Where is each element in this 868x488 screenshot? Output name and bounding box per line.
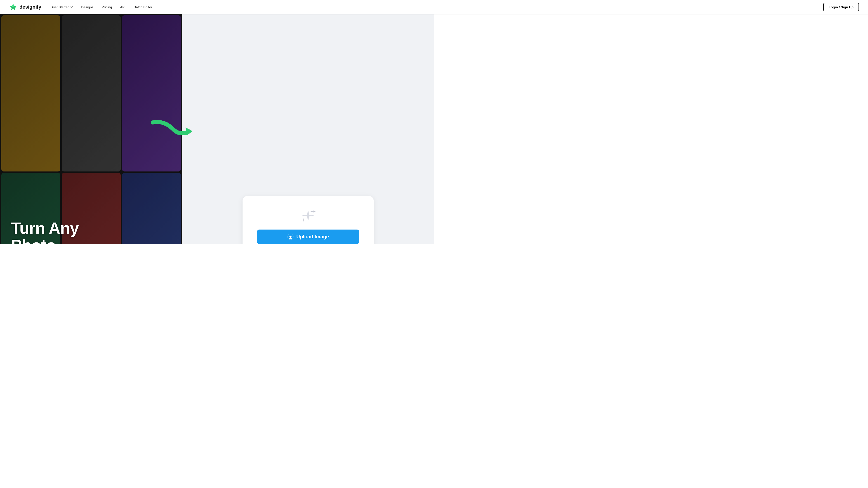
logo[interactable]: designify: [9, 3, 41, 11]
sparkle-icon: [299, 207, 317, 225]
upload-card: Upload Image or drop a file Paste Image …: [243, 196, 374, 244]
upload-icon: [287, 234, 293, 240]
nav-designs[interactable]: Designs: [81, 5, 93, 9]
nav-pricing[interactable]: Pricing: [102, 5, 112, 9]
nav-batch-editor[interactable]: Batch Editor: [134, 5, 152, 9]
green-arrow-icon: [151, 116, 196, 147]
logo-label: designify: [20, 4, 41, 10]
svg-marker-2: [186, 127, 192, 135]
nav-get-started[interactable]: Get Started: [52, 5, 73, 9]
chevron-down-icon: [70, 6, 73, 8]
nav-links: Get Started Designs Pricing API Batch Ed…: [52, 5, 152, 9]
hero-heading: Turn Any Photo Into Awesome: [11, 220, 175, 244]
navbar: designify Get Started Designs Pricing AP…: [0, 0, 434, 14]
nav-api[interactable]: API: [120, 5, 125, 9]
logo-icon: [9, 3, 17, 11]
upload-image-button[interactable]: Upload Image: [257, 230, 359, 244]
hero-right: Upload Image or drop a file Paste Image …: [182, 14, 434, 244]
hero-section: Turn Any Photo Into Awesome 100% Automat…: [0, 0, 434, 244]
